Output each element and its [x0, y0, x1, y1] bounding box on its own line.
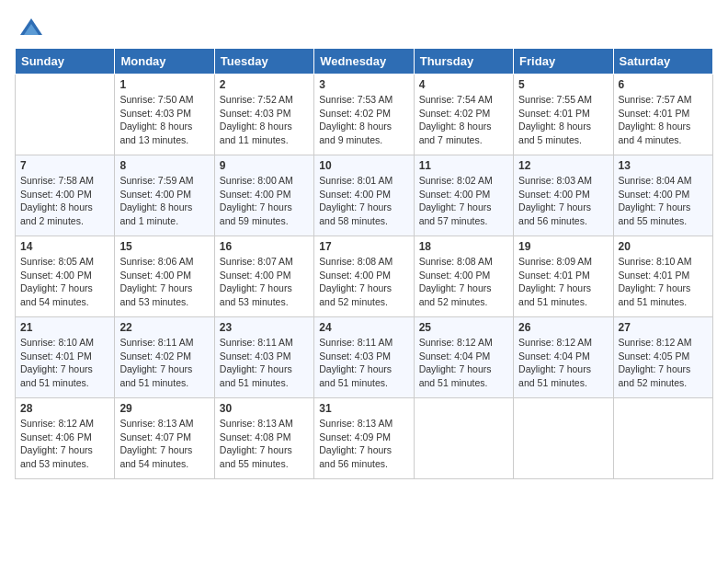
day-info: Sunrise: 8:11 AMSunset: 4:03 PMDaylight:…	[220, 336, 309, 390]
calendar-cell: 12Sunrise: 8:03 AMSunset: 4:00 PMDayligh…	[514, 155, 613, 236]
calendar-header-thursday: Thursday	[414, 49, 513, 75]
calendar-cell	[16, 75, 115, 155]
calendar-header-saturday: Saturday	[613, 49, 712, 75]
day-info: Sunrise: 8:11 AMSunset: 4:02 PMDaylight:…	[119, 336, 209, 390]
day-info: Sunrise: 8:10 AMSunset: 4:01 PMDaylight:…	[20, 336, 109, 390]
calendar-cell: 2Sunrise: 7:52 AMSunset: 4:03 PMDaylight…	[214, 75, 313, 155]
day-info: Sunrise: 8:10 AMSunset: 4:01 PMDaylight:…	[619, 255, 708, 309]
day-number: 9	[220, 159, 309, 172]
calendar-cell: 29Sunrise: 8:13 AMSunset: 4:07 PMDayligh…	[115, 398, 214, 479]
day-number: 25	[419, 321, 508, 334]
day-info: Sunrise: 8:12 AMSunset: 4:05 PMDaylight:…	[619, 336, 708, 390]
calendar-cell	[514, 398, 613, 479]
day-info: Sunrise: 7:55 AMSunset: 4:01 PMDaylight:…	[518, 93, 608, 147]
day-info: Sunrise: 7:53 AMSunset: 4:02 PMDaylight:…	[319, 93, 408, 147]
calendar-cell: 7Sunrise: 7:58 AMSunset: 4:00 PMDaylight…	[16, 155, 115, 236]
calendar-cell: 6Sunrise: 7:57 AMSunset: 4:01 PMDaylight…	[613, 75, 712, 155]
calendar-cell: 21Sunrise: 8:10 AMSunset: 4:01 PMDayligh…	[16, 317, 115, 398]
day-number: 17	[319, 240, 408, 253]
calendar-cell: 19Sunrise: 8:09 AMSunset: 4:01 PMDayligh…	[514, 236, 613, 317]
day-info: Sunrise: 8:04 AMSunset: 4:00 PMDaylight:…	[619, 174, 708, 228]
calendar-cell: 11Sunrise: 8:02 AMSunset: 4:00 PMDayligh…	[414, 155, 513, 236]
day-number: 4	[419, 78, 508, 91]
day-number: 10	[319, 159, 408, 172]
day-info: Sunrise: 7:59 AMSunset: 4:00 PMDaylight:…	[119, 174, 209, 228]
calendar-week-row: 14Sunrise: 8:05 AMSunset: 4:00 PMDayligh…	[16, 236, 713, 317]
day-info: Sunrise: 8:12 AMSunset: 4:04 PMDaylight:…	[518, 336, 608, 390]
calendar-header-tuesday: Tuesday	[214, 49, 313, 75]
day-number: 3	[319, 78, 408, 91]
day-info: Sunrise: 8:03 AMSunset: 4:00 PMDaylight:…	[518, 174, 608, 228]
day-number: 2	[220, 78, 309, 91]
calendar-cell: 23Sunrise: 8:11 AMSunset: 4:03 PMDayligh…	[214, 317, 313, 398]
calendar-cell: 13Sunrise: 8:04 AMSunset: 4:00 PMDayligh…	[613, 155, 712, 236]
day-number: 13	[619, 159, 708, 172]
day-number: 11	[419, 159, 508, 172]
day-info: Sunrise: 7:50 AMSunset: 4:03 PMDaylight:…	[119, 93, 209, 147]
calendar-header-sunday: Sunday	[16, 49, 115, 75]
calendar-cell: 8Sunrise: 7:59 AMSunset: 4:00 PMDaylight…	[115, 155, 214, 236]
day-number: 16	[220, 240, 309, 253]
day-info: Sunrise: 8:13 AMSunset: 4:07 PMDaylight:…	[119, 417, 209, 471]
calendar-cell: 10Sunrise: 8:01 AMSunset: 4:00 PMDayligh…	[314, 155, 414, 236]
day-number: 5	[518, 78, 608, 91]
day-info: Sunrise: 7:58 AMSunset: 4:00 PMDaylight:…	[20, 174, 109, 228]
calendar-cell: 17Sunrise: 8:08 AMSunset: 4:00 PMDayligh…	[314, 236, 414, 317]
day-number: 23	[220, 321, 309, 334]
day-number: 29	[119, 402, 209, 415]
day-number: 15	[119, 240, 209, 253]
calendar-cell: 18Sunrise: 8:08 AMSunset: 4:00 PMDayligh…	[414, 236, 513, 317]
day-number: 7	[20, 159, 109, 172]
calendar-cell: 4Sunrise: 7:54 AMSunset: 4:02 PMDaylight…	[414, 75, 513, 155]
day-info: Sunrise: 8:13 AMSunset: 4:08 PMDaylight:…	[220, 417, 309, 471]
calendar-cell: 5Sunrise: 7:55 AMSunset: 4:01 PMDaylight…	[514, 75, 613, 155]
logo	[15, 15, 44, 40]
day-info: Sunrise: 7:52 AMSunset: 4:03 PMDaylight:…	[220, 93, 309, 147]
calendar-cell: 14Sunrise: 8:05 AMSunset: 4:00 PMDayligh…	[16, 236, 115, 317]
calendar-cell: 27Sunrise: 8:12 AMSunset: 4:05 PMDayligh…	[613, 317, 712, 398]
day-info: Sunrise: 8:06 AMSunset: 4:00 PMDaylight:…	[119, 255, 209, 309]
logo-icon	[18, 15, 44, 40]
day-number: 14	[20, 240, 109, 253]
calendar-cell: 24Sunrise: 8:11 AMSunset: 4:03 PMDayligh…	[314, 317, 414, 398]
calendar-cell: 15Sunrise: 8:06 AMSunset: 4:00 PMDayligh…	[115, 236, 214, 317]
calendar-cell: 26Sunrise: 8:12 AMSunset: 4:04 PMDayligh…	[514, 317, 613, 398]
day-number: 26	[518, 321, 608, 334]
day-info: Sunrise: 8:01 AMSunset: 4:00 PMDaylight:…	[319, 174, 408, 228]
calendar-week-row: 28Sunrise: 8:12 AMSunset: 4:06 PMDayligh…	[16, 398, 713, 479]
calendar-cell: 28Sunrise: 8:12 AMSunset: 4:06 PMDayligh…	[16, 398, 115, 479]
calendar-cell: 16Sunrise: 8:07 AMSunset: 4:00 PMDayligh…	[214, 236, 313, 317]
day-info: Sunrise: 8:09 AMSunset: 4:01 PMDaylight:…	[518, 255, 608, 309]
calendar-header-friday: Friday	[514, 49, 613, 75]
day-info: Sunrise: 8:08 AMSunset: 4:00 PMDaylight:…	[319, 255, 408, 309]
calendar-cell	[414, 398, 513, 479]
day-number: 12	[518, 159, 608, 172]
day-number: 27	[619, 321, 708, 334]
day-info: Sunrise: 8:05 AMSunset: 4:00 PMDaylight:…	[20, 255, 109, 309]
day-number: 20	[619, 240, 708, 253]
day-number: 18	[419, 240, 508, 253]
day-info: Sunrise: 8:12 AMSunset: 4:06 PMDaylight:…	[20, 417, 109, 471]
day-number: 31	[319, 402, 408, 415]
calendar-cell: 9Sunrise: 8:00 AMSunset: 4:00 PMDaylight…	[214, 155, 313, 236]
calendar-cell	[613, 398, 712, 479]
day-info: Sunrise: 8:00 AMSunset: 4:00 PMDaylight:…	[220, 174, 309, 228]
calendar-header-monday: Monday	[115, 49, 214, 75]
calendar-header-row: SundayMondayTuesdayWednesdayThursdayFrid…	[16, 49, 713, 75]
day-number: 6	[619, 78, 708, 91]
day-number: 28	[20, 402, 109, 415]
day-number: 21	[20, 321, 109, 334]
day-number: 8	[119, 159, 209, 172]
day-number: 30	[220, 402, 309, 415]
calendar-table: SundayMondayTuesdayWednesdayThursdayFrid…	[15, 48, 713, 479]
calendar-week-row: 21Sunrise: 8:10 AMSunset: 4:01 PMDayligh…	[16, 317, 713, 398]
calendar-cell: 25Sunrise: 8:12 AMSunset: 4:04 PMDayligh…	[414, 317, 513, 398]
calendar-cell: 1Sunrise: 7:50 AMSunset: 4:03 PMDaylight…	[115, 75, 214, 155]
day-info: Sunrise: 7:54 AMSunset: 4:02 PMDaylight:…	[419, 93, 508, 147]
day-number: 1	[119, 78, 209, 91]
calendar-cell: 3Sunrise: 7:53 AMSunset: 4:02 PMDaylight…	[314, 75, 414, 155]
day-info: Sunrise: 8:08 AMSunset: 4:00 PMDaylight:…	[419, 255, 508, 309]
calendar-week-row: 7Sunrise: 7:58 AMSunset: 4:00 PMDaylight…	[16, 155, 713, 236]
calendar-header-wednesday: Wednesday	[314, 49, 414, 75]
calendar-cell: 31Sunrise: 8:13 AMSunset: 4:09 PMDayligh…	[314, 398, 414, 479]
